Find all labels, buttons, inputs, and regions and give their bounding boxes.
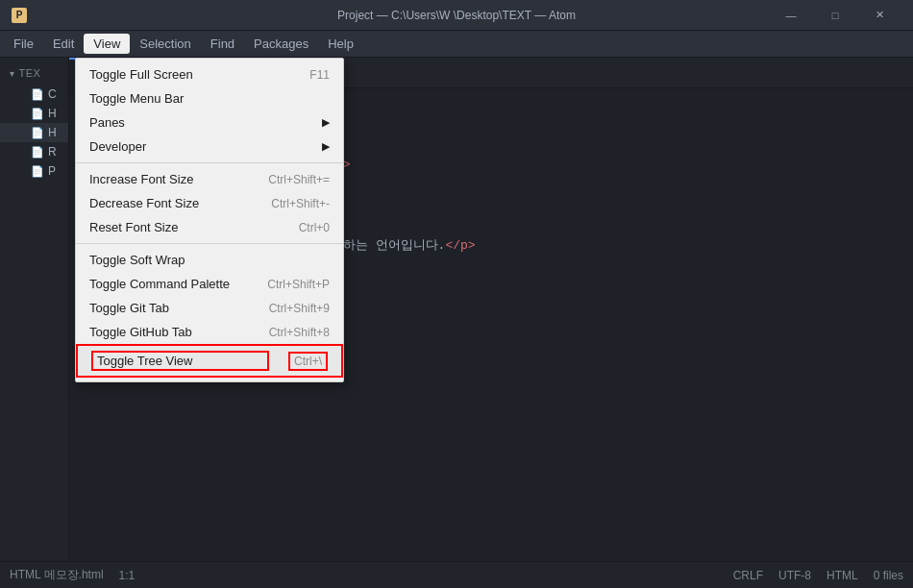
sidebar-file-active[interactable]: 📄 H bbox=[0, 123, 68, 142]
dd-developer[interactable]: Developer ▶ bbox=[76, 135, 343, 159]
status-bar: HTML 메모장.html 1:1 CRLF UTF-8 HTML 0 file… bbox=[0, 561, 913, 588]
status-encoding[interactable]: UTF-8 bbox=[778, 569, 811, 582]
chevron-right-icon: ▶ bbox=[322, 116, 330, 129]
menu-help[interactable]: Help bbox=[318, 34, 363, 54]
menu-selection[interactable]: Selection bbox=[130, 34, 200, 54]
title-bar: P Project — C:\Users\W \Desktop\TEXT — A… bbox=[0, 0, 913, 31]
dd-reset-font[interactable]: Reset Font Size Ctrl+0 bbox=[76, 215, 343, 239]
close-button[interactable]: ✕ bbox=[857, 0, 901, 31]
window-controls: — □ ✕ bbox=[769, 0, 901, 31]
sidebar-file-r[interactable]: 📄 R bbox=[0, 142, 68, 161]
sidebar-file-p[interactable]: 📄 P bbox=[0, 161, 68, 181]
sidebar-file-c[interactable]: 📄 C bbox=[0, 85, 68, 104]
dd-decrease-font[interactable]: Decrease Font Size Ctrl+Shift+- bbox=[76, 191, 343, 215]
dd-toggle-command-palette[interactable]: Toggle Command Palette Ctrl+Shift+P bbox=[76, 272, 343, 296]
sidebar-header: ▾ TEX bbox=[0, 61, 68, 85]
dd-toggle-fullscreen[interactable]: Toggle Full Screen F11 bbox=[76, 62, 343, 86]
dd-toggle-soft-wrap[interactable]: Toggle Soft Wrap bbox=[76, 248, 343, 272]
view-dropdown: Toggle Full Screen F11 Toggle Menu Bar P… bbox=[75, 58, 344, 382]
separator-2 bbox=[76, 243, 343, 244]
sidebar-file-h[interactable]: 📄 H bbox=[0, 104, 68, 123]
menu-packages[interactable]: Packages bbox=[244, 34, 318, 54]
dd-toggle-tree-view[interactable]: Toggle Tree View Ctrl+\ bbox=[76, 344, 343, 378]
minimize-button[interactable]: — bbox=[769, 0, 813, 31]
menu-file[interactable]: File bbox=[4, 34, 43, 54]
menu-edit[interactable]: Edit bbox=[43, 34, 84, 54]
dd-panes[interactable]: Panes ▶ bbox=[76, 110, 343, 135]
maximize-button[interactable]: □ bbox=[813, 0, 857, 31]
chevron-right-icon: ▶ bbox=[322, 140, 330, 153]
separator-1 bbox=[76, 162, 343, 163]
dd-toggle-github-tab[interactable]: Toggle GitHub Tab Ctrl+Shift+8 bbox=[76, 320, 343, 344]
dd-increase-font[interactable]: Increase Font Size Ctrl+Shift+= bbox=[76, 167, 343, 191]
dropdown-menu: Toggle Full Screen F11 Toggle Menu Bar P… bbox=[75, 58, 344, 382]
dd-toggle-git-tab[interactable]: Toggle Git Tab Ctrl+Shift+9 bbox=[76, 296, 343, 320]
status-grammar[interactable]: HTML bbox=[827, 569, 858, 582]
menu-find[interactable]: Find bbox=[201, 34, 244, 54]
app-icon: P bbox=[12, 8, 27, 23]
menu-view[interactable]: View bbox=[84, 34, 130, 54]
menu-bar: File Edit View Selection Find Packages H… bbox=[0, 31, 913, 58]
sidebar: ▾ TEX 📄 C 📄 H 📄 H 📄 R 📄 P bbox=[0, 58, 69, 561]
status-position[interactable]: 1:1 bbox=[119, 569, 136, 582]
status-line-ending[interactable]: CRLF bbox=[733, 569, 763, 582]
status-filename[interactable]: HTML 메모장.html bbox=[10, 567, 104, 583]
dd-toggle-menubar[interactable]: Toggle Menu Bar bbox=[76, 86, 343, 110]
status-files[interactable]: 0 files bbox=[874, 569, 903, 582]
